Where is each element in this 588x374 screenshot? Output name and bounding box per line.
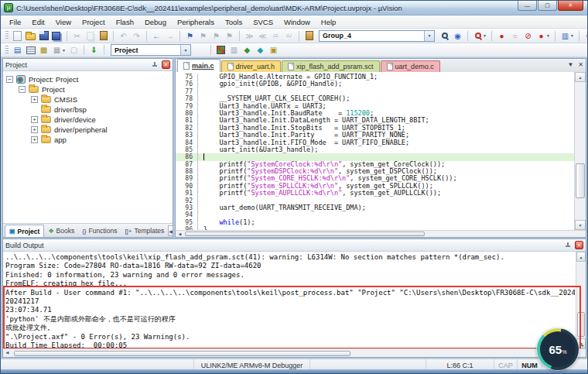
incremental-find-button[interactable]: ◉	[451, 30, 464, 42]
paste-button[interactable]	[97, 30, 110, 42]
chevron-down-icon[interactable]: ▼	[180, 45, 190, 55]
close-document-icon[interactable]: ✕	[578, 61, 583, 68]
rebuild-button[interactable]: ▩	[37, 44, 50, 56]
kill-all-breakpoints-button[interactable]: ●	[535, 30, 548, 42]
menu-edit[interactable]: Edit	[26, 16, 50, 28]
new-file-button[interactable]	[11, 30, 24, 42]
line-number: 95	[176, 219, 197, 226]
expand-plus-icon[interactable]: +	[31, 96, 38, 103]
tree-item[interactable]: −Project	[3, 84, 173, 94]
bottom-tab-templates[interactable]: []+Templates	[121, 225, 168, 237]
batch-build-button[interactable]: ▦	[50, 44, 63, 56]
pin-icon[interactable]	[565, 242, 571, 249]
close-icon[interactable]: ✕	[162, 60, 170, 69]
menu-tools[interactable]: Tools	[220, 16, 248, 28]
scrollbar-thumb[interactable]	[577, 312, 585, 338]
save-all-button[interactable]	[50, 30, 63, 42]
download-button[interactable]: ⇓	[87, 44, 101, 56]
menu-file[interactable]: File	[4, 16, 26, 28]
expand-plus-icon[interactable]: +	[31, 136, 38, 143]
navigate-back-button[interactable]: ←	[150, 30, 163, 42]
disable-all-breakpoints-button[interactable]: ⊘	[521, 30, 535, 42]
menu-view[interactable]: View	[50, 16, 77, 28]
menu-project[interactable]: Project	[77, 16, 111, 28]
menu-window[interactable]: Window	[279, 16, 316, 28]
scroll-left-icon[interactable]: ◀	[3, 349, 12, 355]
find-in-files-button[interactable]	[303, 30, 316, 42]
tab-list-dropdown-icon[interactable]: ▼	[567, 61, 573, 68]
tree-item[interactable]: +CMSIS	[3, 94, 173, 105]
maximize-button[interactable]: ▢	[538, 1, 557, 11]
scrollbar-thumb[interactable]	[14, 351, 350, 356]
scroll-left-icon[interactable]: ◀	[176, 231, 184, 237]
find-menu-button[interactable]	[471, 30, 484, 42]
find-next-button[interactable]	[438, 30, 451, 42]
pack-installer-button[interactable]: ◆	[241, 44, 254, 56]
editor-tab-driver-uart-h[interactable]: driver_uart.h	[221, 60, 282, 72]
select-software-packs-button[interactable]: ◆	[254, 44, 267, 56]
bottom-tab-project[interactable]: ▣Project	[5, 225, 44, 237]
tab-scroll-left-icon[interactable]: ◀	[168, 225, 173, 236]
tree-item[interactable]: driver/bsp	[3, 105, 173, 115]
menu-peripherals[interactable]: Peripherals	[172, 16, 220, 28]
tree-item[interactable]: +driver/device	[3, 115, 173, 125]
manage-project-items-button[interactable]: ▣	[267, 44, 280, 56]
line-number: 82	[176, 125, 197, 132]
build-horizontal-scrollbar[interactable]: ◀	[3, 348, 586, 357]
file-icon	[227, 63, 234, 70]
editor-tab-main-c[interactable]: main.c	[177, 59, 220, 72]
navigate-forward-button: →	[163, 30, 176, 42]
menu-flash[interactable]: Flash	[111, 16, 139, 28]
scroll-up-icon[interactable]: ▲	[575, 72, 586, 82]
menu-debug[interactable]: Debug	[139, 16, 172, 28]
build-output-content[interactable]: ..\..\..\..\components\tools\keil\xip_fl…	[3, 252, 586, 348]
save-button[interactable]	[37, 30, 50, 42]
window-layout-button[interactable]: ▥	[559, 30, 572, 42]
close-icon[interactable]: ✕	[575, 241, 583, 249]
build-button[interactable]	[24, 44, 37, 56]
chevron-down-icon[interactable]: ▼	[424, 31, 434, 41]
expand-plus-icon[interactable]: +	[31, 126, 38, 133]
folder-icon	[41, 126, 50, 133]
editor-horizontal-scrollbar[interactable]: ◀	[176, 230, 586, 237]
open-file-button[interactable]	[24, 30, 37, 42]
books-tab-icon: ❖	[48, 228, 53, 235]
editor-tab-xip-flash-add-psram-sct[interactable]: xip_flash_add_psram.sct	[282, 60, 380, 72]
bottom-tab-functions[interactable]: {}Functions	[78, 225, 121, 237]
scroll-up-icon[interactable]: ▲	[576, 252, 586, 262]
options-for-target-button[interactable]	[194, 44, 207, 56]
collapse-minus-icon[interactable]: −	[19, 86, 26, 93]
clear-bookmarks-button: ⚑	[223, 30, 236, 42]
insert-breakpoint-button[interactable]: ●	[495, 30, 508, 42]
tree-item[interactable]: +app	[3, 135, 173, 145]
window-title: C:\Users\shen\Desktop\FR3068E-C\sdk__202…	[16, 4, 402, 12]
close-button[interactable]: ✕	[558, 1, 583, 11]
scrollbar-thumb[interactable]	[576, 163, 585, 198]
insert-bookmark-button[interactable]: ⚑	[183, 30, 197, 42]
expand-plus-icon[interactable]: +	[31, 116, 38, 123]
code-area[interactable]: 75 GPIO_Handle.Alternate = GPIO_FUNCTION…	[176, 72, 586, 230]
target-icon	[16, 75, 26, 84]
toolbar-grip	[5, 31, 9, 40]
editor-vertical-scrollbar[interactable]: ▲ ▼	[574, 72, 586, 230]
translate-button[interactable]: ▤	[11, 44, 24, 56]
editor-tab-uart-demo-c[interactable]: uart_demo.c	[381, 60, 440, 72]
target-select[interactable]: Project▼	[111, 44, 191, 56]
manage-components-button[interactable]: ▥	[227, 44, 241, 56]
minimize-button[interactable]: —	[518, 1, 537, 11]
tree-item[interactable]: −Project: Project	[3, 74, 173, 84]
enable-disable-breakpoint-button[interactable]: ○	[508, 30, 521, 42]
scrollbar-thumb[interactable]	[185, 232, 425, 236]
collapse-minus-icon[interactable]: −	[6, 76, 13, 83]
search-box[interactable]: Group_4▼	[319, 30, 435, 42]
menu-help[interactable]: Help	[316, 16, 342, 28]
bottom-tab-books[interactable]: ❖Books	[44, 225, 78, 237]
manage-rte-button[interactable]	[214, 44, 227, 56]
build-vertical-scrollbar[interactable]: ▲ ▼	[576, 252, 586, 348]
tree-item[interactable]: +driver/peripheral	[3, 125, 173, 135]
pin-icon[interactable]	[152, 62, 158, 68]
title-bar[interactable]: µ C:\Users\shen\Desktop\FR3068E-C\sdk__2…	[1, 1, 587, 15]
scroll-down-icon[interactable]: ▼	[575, 220, 586, 230]
configure-tools-button[interactable]: ⚙	[583, 30, 588, 42]
menu-svcs[interactable]: SVCS	[248, 16, 279, 28]
